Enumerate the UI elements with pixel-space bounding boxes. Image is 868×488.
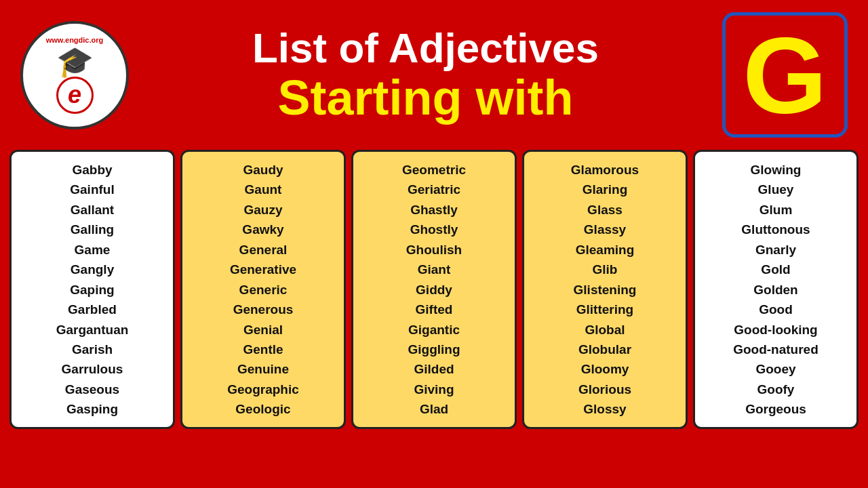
list-item: Gluttonous <box>741 220 810 239</box>
list-item: Gaseous <box>65 380 119 399</box>
list-item: Generative <box>230 260 296 279</box>
list-item: Gifted <box>416 300 453 319</box>
title-line1: List of Adjectives <box>142 25 709 71</box>
list-item: Gallant <box>71 200 114 220</box>
list-item: Giddy <box>416 280 452 300</box>
list-item: Gold <box>761 260 790 279</box>
list-item: Golden <box>753 280 797 300</box>
big-letter: G <box>743 21 827 129</box>
list-item: Gasping <box>66 399 118 419</box>
list-item: Geometric <box>402 160 466 180</box>
list-item: Glorious <box>578 380 631 399</box>
list-item: Glassy <box>584 220 626 239</box>
list-item: Gaudy <box>243 160 283 180</box>
list-item: Global <box>585 320 625 340</box>
list-item: Geologic <box>235 399 290 419</box>
column-col2: GaudyGauntGauzyGawkyGeneralGenerativeGen… <box>180 150 346 429</box>
list-item: Glossy <box>583 399 626 419</box>
list-item: Gnarly <box>755 240 796 260</box>
list-item: Gilded <box>414 359 454 379</box>
list-item: Gigantic <box>408 320 460 340</box>
list-item: Gorgeous <box>745 399 806 419</box>
list-item: Glistening <box>574 280 637 300</box>
list-item: Gauzy <box>243 200 282 220</box>
title-area: List of Adjectives Starting with <box>142 25 709 125</box>
list-item: Gluey <box>758 180 794 199</box>
list-item: Galling <box>71 220 114 239</box>
list-item: Glowing <box>751 160 802 180</box>
logo-e-circle: e <box>56 77 94 114</box>
list-item: Garish <box>72 340 113 359</box>
list-item: Goofy <box>757 380 795 399</box>
list-item: Giving <box>414 380 454 399</box>
list-item: Gangly <box>71 260 114 279</box>
list-item: Good-looking <box>734 320 817 340</box>
list-item: Gentle <box>243 340 283 359</box>
list-item: Glass <box>587 200 623 220</box>
list-item: Glaring <box>583 180 628 199</box>
list-item: Glum <box>760 200 793 220</box>
columns-area: GabbyGainfulGallantGallingGameGanglyGapi… <box>0 144 868 436</box>
list-item: Generous <box>233 300 294 319</box>
list-item: Gaunt <box>245 180 282 199</box>
header: www.engdic.org 🎓 e List of Adjectives St… <box>0 0 868 144</box>
list-item: Glib <box>593 260 618 279</box>
list-item: Gleaming <box>576 240 635 260</box>
list-item: Garbled <box>68 300 117 319</box>
list-item: Geriatric <box>408 180 460 199</box>
list-item: Gooey <box>755 359 795 379</box>
list-item: Globular <box>578 340 631 359</box>
list-item: Ghastly <box>410 200 458 220</box>
list-item: Gloomy <box>581 359 629 379</box>
list-item: Generic <box>239 280 288 300</box>
column-col4: GlamorousGlaringGlassGlassyGleamingGlibG… <box>522 150 688 429</box>
list-item: Gargantuan <box>56 320 129 340</box>
graduation-icon: 🎓 <box>56 47 94 77</box>
list-item: Ghostly <box>410 220 458 239</box>
list-item: Glamorous <box>571 160 639 180</box>
list-item: Good <box>759 300 793 319</box>
list-item: Gainful <box>70 180 114 199</box>
list-item: Ghoulish <box>406 240 462 260</box>
column-col1: GabbyGainfulGallantGallingGameGanglyGapi… <box>9 150 175 429</box>
list-item: General <box>239 240 288 260</box>
list-item: Geographic <box>227 380 299 399</box>
list-item: Gaping <box>70 280 114 300</box>
list-item: Gabby <box>72 160 112 180</box>
logo-url-top: www.engdic.org <box>46 36 104 45</box>
list-item: Giant <box>418 260 451 279</box>
list-item: Garrulous <box>62 359 123 379</box>
list-item: Genuine <box>237 359 289 379</box>
list-item: Gawky <box>242 220 283 239</box>
title-line2: Starting with <box>142 71 709 125</box>
logo: www.engdic.org 🎓 e <box>20 21 129 129</box>
list-item: Giggling <box>408 340 460 359</box>
column-col5: GlowingGlueyGlumGluttonousGnarlyGoldGold… <box>693 150 859 429</box>
list-item: Genial <box>243 320 283 340</box>
letter-box: G <box>722 12 848 138</box>
list-item: Glad <box>420 399 448 419</box>
list-item: Game <box>75 240 111 260</box>
list-item: Glittering <box>576 300 633 319</box>
list-item: Good-natured <box>733 340 818 359</box>
column-col3: GeometricGeriatricGhastlyGhostlyGhoulish… <box>351 150 517 429</box>
